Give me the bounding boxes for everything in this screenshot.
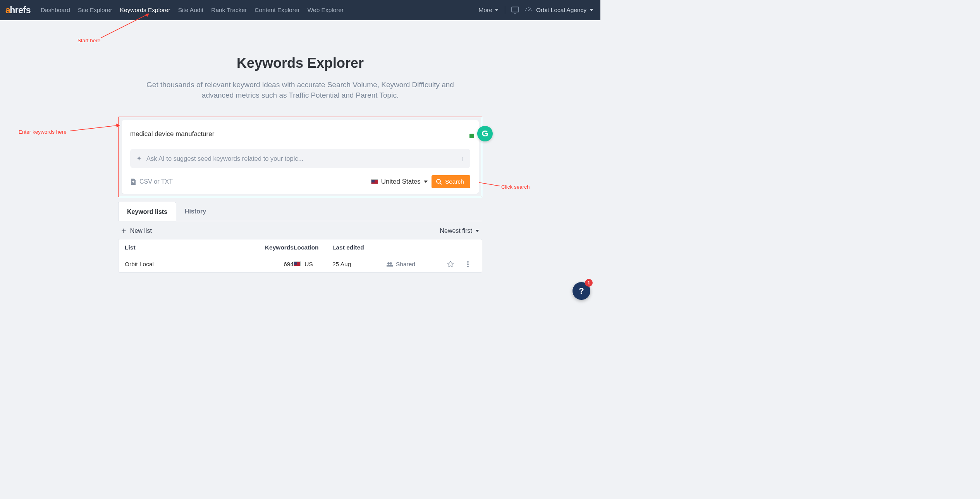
flag-us-icon — [371, 179, 378, 184]
svg-rect-1 — [514, 13, 516, 14]
csv-upload-button[interactable]: CSV or TXT — [130, 178, 173, 185]
svg-point-11 — [387, 262, 390, 265]
nav-separator — [505, 6, 505, 14]
nav-site-audit[interactable]: Site Audit — [178, 7, 204, 14]
page-title: Keywords Explorer — [118, 55, 482, 71]
tab-keyword-lists[interactable]: Keyword lists — [118, 202, 176, 221]
search-button-label: Search — [445, 178, 464, 185]
file-upload-icon — [130, 178, 136, 185]
svg-point-16 — [467, 266, 469, 267]
svg-line-10 — [440, 183, 442, 184]
sort-dropdown[interactable]: Newest first — [440, 227, 479, 234]
account-dropdown[interactable]: Orbit Local Agency — [536, 7, 593, 14]
cell-location-code: US — [304, 261, 313, 267]
ai-placeholder: Ask AI to suggest seed keywords related … — [146, 155, 303, 162]
th-last-edited: Last edited — [332, 244, 387, 251]
screen-icon[interactable] — [511, 7, 519, 14]
csv-label: CSV or TXT — [139, 178, 173, 185]
gauge-icon[interactable] — [524, 6, 532, 14]
country-dropdown[interactable]: United States — [371, 178, 428, 186]
svg-line-2 — [528, 9, 530, 11]
search-icon — [436, 179, 442, 185]
page-subtitle-line1: Get thousands of relevant keyword ideas … — [118, 80, 482, 90]
caret-down-icon — [424, 181, 428, 183]
annotation-highlight-box: ✦ Ask AI to suggest seed keywords relate… — [118, 117, 482, 197]
annotation-click-search: Click search — [501, 184, 530, 190]
nav-rank-tracker[interactable]: Rank Tracker — [211, 7, 247, 14]
table-header: List Keywords Location Last edited — [119, 239, 482, 256]
th-keywords: Keywords — [255, 244, 294, 251]
svg-rect-13 — [387, 265, 393, 267]
panel-footer: CSV or TXT United States Search — [130, 175, 470, 188]
ahrefs-logo[interactable]: ahrefs — [5, 5, 31, 15]
svg-rect-0 — [512, 7, 519, 12]
annotation-arrow-enter — [70, 124, 124, 133]
annotation-enter-keywords: Enter keywords here — [19, 129, 67, 135]
new-list-button[interactable]: + New list — [121, 227, 152, 234]
shared-people-icon — [387, 262, 393, 267]
ai-suggest-bar[interactable]: ✦ Ask AI to suggest seed keywords relate… — [130, 149, 470, 168]
grammarly-widget[interactable]: G — [477, 126, 493, 141]
favorite-star[interactable] — [441, 261, 460, 268]
nav-utility-icons — [511, 6, 532, 14]
new-list-label: New list — [130, 227, 152, 234]
nav-more-label: More — [479, 7, 492, 14]
caret-down-icon — [475, 230, 479, 232]
arrow-up-icon[interactable]: ↑ — [461, 155, 464, 162]
grammarly-glyph: G — [481, 129, 488, 139]
cell-shared: Shared — [387, 261, 441, 268]
keywords-input-panel: ✦ Ask AI to suggest seed keywords relate… — [122, 120, 479, 194]
nav-site-explorer[interactable]: Site Explorer — [78, 7, 112, 14]
help-glyph: ? — [579, 286, 584, 296]
caret-down-icon — [590, 9, 593, 11]
help-notification-badge: 1 — [585, 279, 593, 287]
sparkle-icon: ✦ — [136, 155, 142, 162]
top-nav: ahrefs Dashboard Site Explorer Keywords … — [0, 0, 600, 20]
nav-web-explorer[interactable]: Web Explorer — [308, 7, 344, 14]
list-toolbar: + New list Newest first — [118, 221, 482, 239]
th-location: Location — [294, 244, 332, 251]
annotation-start-here: Start here — [77, 38, 100, 43]
list-tabs: Keyword lists History — [118, 202, 482, 221]
cell-shared-label: Shared — [396, 261, 415, 268]
keywords-input[interactable] — [130, 129, 470, 149]
nav-keywords-explorer[interactable]: Keywords Explorer — [120, 7, 170, 14]
svg-line-5 — [70, 125, 120, 131]
nav-more-dropdown[interactable]: More — [479, 7, 499, 14]
page: Keywords Explorer Get thousands of relev… — [118, 20, 482, 273]
svg-point-9 — [437, 179, 440, 183]
svg-point-15 — [467, 263, 469, 265]
kebab-icon — [467, 261, 469, 267]
flag-us-icon — [294, 262, 301, 266]
nav-content-explorer[interactable]: Content Explorer — [254, 7, 299, 14]
page-subtitle-line2: advanced metrics such as Traffic Potenti… — [118, 90, 482, 101]
svg-point-14 — [467, 261, 469, 263]
row-more-menu[interactable] — [460, 261, 476, 267]
star-icon — [447, 261, 454, 268]
search-button[interactable]: Search — [432, 175, 470, 188]
account-name: Orbit Local Agency — [536, 7, 586, 14]
help-notification-count: 1 — [588, 280, 590, 286]
tab-history[interactable]: History — [176, 202, 215, 221]
sort-label: Newest first — [440, 227, 472, 234]
cell-last-edited: 25 Aug — [332, 261, 387, 268]
country-label: United States — [381, 178, 421, 186]
cell-location: US — [294, 261, 332, 268]
caret-down-icon — [495, 9, 499, 11]
th-list: List — [125, 244, 255, 251]
svg-point-12 — [390, 262, 392, 265]
table-row[interactable]: Orbit Local 694 US 25 Aug Shared — [119, 256, 482, 272]
cell-keywords: 694 — [255, 261, 294, 268]
grammarly-status-dot — [469, 134, 474, 138]
cell-list-name: Orbit Local — [125, 261, 255, 268]
keyword-lists-table: List Keywords Location Last edited Orbit… — [118, 239, 482, 273]
nav-dashboard[interactable]: Dashboard — [41, 7, 70, 14]
